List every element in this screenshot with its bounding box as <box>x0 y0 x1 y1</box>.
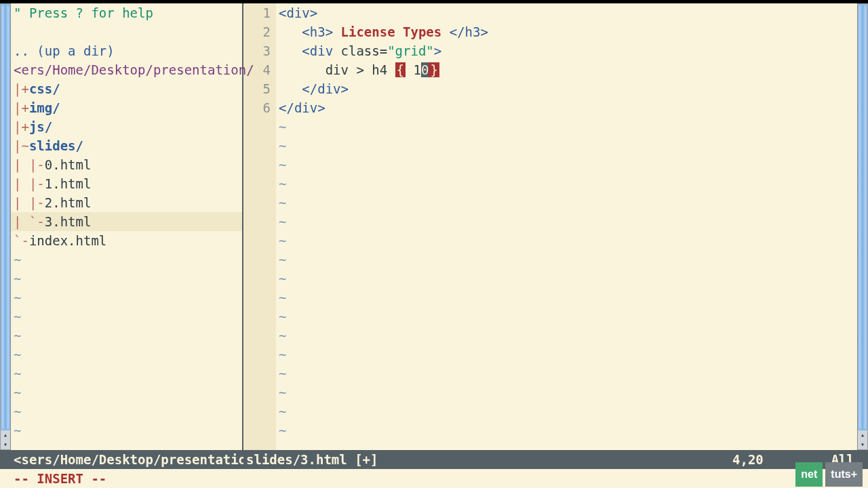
scroll-track[interactable] <box>858 4 867 430</box>
tree-branch-icon: | |- <box>14 195 45 210</box>
nerdtree-help: " Press ? for help <box>11 3 242 22</box>
scrollbar-left[interactable]: ▴ ▾ <box>0 3 11 450</box>
tree-dir-label: img/ <box>29 100 60 115</box>
vim-mode: -- INSERT -- <box>14 469 106 488</box>
empty-line-tilde: ~ <box>11 307 242 326</box>
line-number: 3 <box>243 41 271 60</box>
code-line[interactable]: <h3> License Types </h3> <box>279 22 857 41</box>
code-token: > <box>434 43 441 58</box>
empty-line-tilde: ~ <box>279 136 857 155</box>
code-token: <h3> <box>302 24 333 39</box>
empty-line-tilde: ~ <box>279 383 857 402</box>
code-token: div > h4 <box>279 62 395 77</box>
tree-branch-icon: | `- <box>14 214 45 229</box>
code-token: </h3> <box>450 24 488 39</box>
empty-line-tilde: ~ <box>279 117 857 136</box>
status-line: <sers/Home/Desktop/presentation slides/3… <box>0 450 868 469</box>
tree-branch-icon: |+ <box>14 100 29 115</box>
code-token: </div> <box>279 100 326 115</box>
code-token: } <box>429 62 439 77</box>
code-token: class= <box>341 43 388 58</box>
code-token <box>279 43 302 58</box>
tree-item[interactable]: |+img/ <box>11 98 242 117</box>
nerdtree-root-path[interactable]: <ers/Home/Desktop/presentation/ <box>11 60 242 79</box>
line-number: 2 <box>243 22 271 41</box>
empty-line-tilde: ~ <box>279 421 857 440</box>
code-token: <div> <box>279 5 317 20</box>
empty-line-tilde: ~ <box>279 402 857 421</box>
status-area: <sers/Home/Desktop/presentation slides/3… <box>0 450 868 488</box>
code-token: 1 <box>406 62 421 77</box>
scrollbar-right[interactable]: ▴ ▾ <box>857 3 868 450</box>
code-line[interactable]: </div> <box>279 79 857 98</box>
code-token: "grid" <box>387 43 434 58</box>
tree-item[interactable]: | |-1.html <box>11 174 242 193</box>
empty-line-tilde: ~ <box>279 326 857 345</box>
logo-net: net <box>795 462 823 487</box>
tree-file-label: 1.html <box>45 176 92 191</box>
empty-line-tilde: ~ <box>11 383 242 402</box>
scroll-down-icon[interactable]: ▾ <box>858 440 867 449</box>
code-token <box>279 81 302 96</box>
tree-branch-icon: |~ <box>14 138 29 153</box>
tree-item[interactable]: `-index.html <box>11 231 242 250</box>
tree-dir-label: css/ <box>29 81 60 96</box>
empty-line-tilde: ~ <box>11 326 242 345</box>
scroll-track[interactable] <box>1 4 10 430</box>
nerdtree-pane[interactable]: " Press ? for help .. (up a dir) <ers/Ho… <box>11 3 243 450</box>
line-number: 1 <box>243 3 271 22</box>
vim-window: ▴ ▾ " Press ? for help .. (up a dir) <er… <box>0 0 868 488</box>
empty-line-tilde: ~ <box>279 174 857 193</box>
code-token: License Types <box>333 24 450 39</box>
code-line[interactable]: <div class="grid"> <box>279 41 857 60</box>
code-token: 0 <box>421 62 429 77</box>
tree-dir-label: js/ <box>29 119 52 134</box>
tree-item[interactable]: |+js/ <box>11 117 242 136</box>
code-pane[interactable]: 123456 <div> <h3> License Types </h3> <d… <box>243 3 857 450</box>
tree-branch-icon: |+ <box>14 81 29 96</box>
empty-line-tilde: ~ <box>279 345 857 364</box>
nettuts-logo: net tuts+ <box>795 462 863 487</box>
empty-line-tilde: ~ <box>11 421 242 440</box>
empty-line-tilde: ~ <box>11 288 242 307</box>
mode-line: -- INSERT -- <box>0 469 868 488</box>
status-filename: slides/3.html [+] <box>243 450 732 469</box>
line-number: 5 <box>243 79 271 98</box>
tree-branch-icon: |+ <box>14 119 29 134</box>
tree-branch-icon: | |- <box>14 157 45 172</box>
tree-item[interactable]: |~slides/ <box>11 136 242 155</box>
tree-dir-label: slides/ <box>29 138 83 153</box>
code-line[interactable]: <div> <box>279 3 857 22</box>
empty-line-tilde: ~ <box>11 402 242 421</box>
empty-line-tilde: ~ <box>279 307 857 326</box>
tree-file-label: 2.html <box>45 195 92 210</box>
empty-line-tilde: ~ <box>11 364 242 383</box>
empty-line-tilde: ~ <box>279 288 857 307</box>
code-token: </div> <box>302 81 349 96</box>
status-left-path: <sers/Home/Desktop/presentation <box>0 450 243 469</box>
tree-branch-icon: `- <box>14 233 29 248</box>
empty-line-tilde: ~ <box>11 250 242 269</box>
line-number: 6 <box>243 98 271 117</box>
empty-line-tilde: ~ <box>11 345 242 364</box>
empty-line-tilde: ~ <box>279 193 857 212</box>
tree-file-label: 0.html <box>45 157 92 172</box>
tree-item[interactable]: |+css/ <box>11 79 242 98</box>
nerdtree-updir[interactable]: .. (up a dir) <box>11 41 242 60</box>
tree-file-label: 3.html <box>45 214 92 229</box>
blank-line <box>11 22 242 41</box>
empty-line-tilde: ~ <box>279 269 857 288</box>
scroll-down-icon[interactable]: ▾ <box>1 440 10 449</box>
code-text[interactable]: <div> <h3> License Types </h3> <div clas… <box>276 3 857 450</box>
tree-item[interactable]: | |-0.html <box>11 155 242 174</box>
code-token: { <box>395 62 406 77</box>
tree-item[interactable]: | |-2.html <box>11 193 242 212</box>
code-line[interactable]: </div> <box>279 98 857 117</box>
code-token: <div <box>302 43 340 58</box>
code-line[interactable]: div > h4 { 10} <box>279 60 857 79</box>
empty-line-tilde: ~ <box>279 250 857 269</box>
empty-line-tilde: ~ <box>11 269 242 288</box>
tree-item[interactable]: | `-3.html <box>11 212 242 231</box>
empty-line-tilde: ~ <box>279 212 857 231</box>
editor-area: ▴ ▾ " Press ? for help .. (up a dir) <er… <box>0 3 868 450</box>
